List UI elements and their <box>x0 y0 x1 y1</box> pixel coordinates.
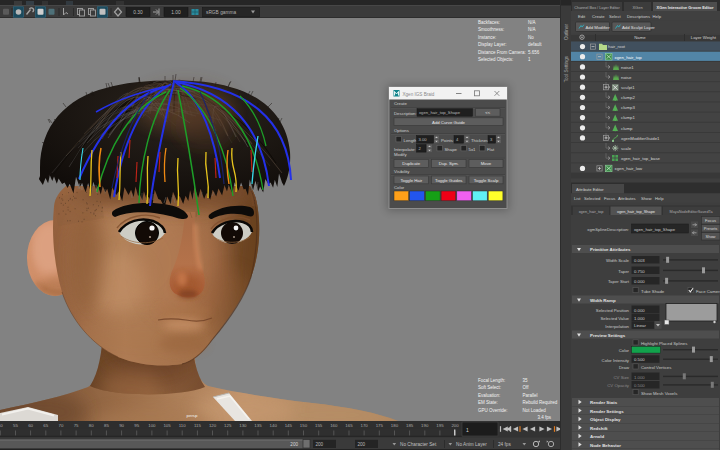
svg-text:Not Loaded: Not Loaded <box>523 408 547 413</box>
svg-text:Node Behavior: Node Behavior <box>590 443 621 448</box>
svg-text:Off: Off <box>523 385 530 390</box>
svg-text:5x1: 5x1 <box>469 147 477 152</box>
svg-text:Shape: Shape <box>445 147 458 152</box>
svg-text:Focal Length:: Focal Length: <box>478 378 505 383</box>
svg-text:90: 90 <box>119 423 124 428</box>
svg-text:noise: noise <box>621 75 632 80</box>
svg-text:Highlight Placed Splines: Highlight Placed Splines <box>641 341 687 346</box>
svg-text:Flat: Flat <box>487 147 495 152</box>
svg-text:200: 200 <box>358 442 366 447</box>
svg-text:100: 100 <box>148 423 156 428</box>
svg-text:0.003: 0.003 <box>634 258 645 263</box>
svg-text:Arnold: Arnold <box>590 434 604 439</box>
svg-text:N/A: N/A <box>528 20 536 25</box>
svg-text:Taper: Taper <box>618 269 629 274</box>
svg-text:Outliner: Outliner <box>564 24 569 41</box>
svg-text:Create: Create <box>592 14 605 19</box>
svg-text:Create: Create <box>394 101 408 106</box>
svg-text:0.30: 0.30 <box>133 10 143 15</box>
svg-text:Toggle Scalp: Toggle Scalp <box>474 178 499 183</box>
svg-text:150: 150 <box>300 423 308 428</box>
svg-text:Distance From Camera:: Distance From Camera: <box>478 50 526 55</box>
svg-text:135: 135 <box>254 423 262 428</box>
svg-text:Move: Move <box>481 161 492 166</box>
svg-text:Help: Help <box>653 14 662 19</box>
svg-text:Visibility: Visibility <box>394 169 410 174</box>
svg-text:Toggle Guides: Toggle Guides <box>435 178 462 183</box>
svg-text:Render Settings: Render Settings <box>590 409 624 414</box>
svg-text:Selected Value: Selected Value <box>600 316 629 321</box>
svg-text:N/A: N/A <box>528 27 536 32</box>
svg-text:105: 105 <box>163 423 171 428</box>
svg-text:xgen_hair_top: xgen_hair_top <box>615 55 643 60</box>
svg-text:EM State:: EM State: <box>478 400 498 405</box>
svg-text:Xgen IGS Braid: Xgen IGS Braid <box>403 92 435 97</box>
svg-text:Attribute Editor: Attribute Editor <box>576 187 604 192</box>
svg-text:185: 185 <box>406 423 414 428</box>
svg-text:Width Scale: Width Scale <box>606 258 630 263</box>
svg-text:No Character Set: No Character Set <box>400 442 437 447</box>
svg-text:default: default <box>528 42 542 47</box>
svg-text:Presets: Presets <box>704 226 718 231</box>
svg-text:xgen_hair_top_Shape: xgen_hair_top_Shape <box>419 110 461 115</box>
svg-text:Show: Show <box>705 234 715 239</box>
svg-text:1.000: 1.000 <box>634 316 645 321</box>
svg-text:GPU Override:: GPU Override: <box>478 408 508 413</box>
svg-text:Tube Shade: Tube Shade <box>641 289 665 294</box>
svg-text:65: 65 <box>43 423 48 428</box>
svg-text:Smoothness:: Smoothness: <box>478 27 504 32</box>
svg-text:Layer Weight: Layer Weight <box>691 35 717 40</box>
svg-text:Tool Settings: Tool Settings <box>564 55 569 82</box>
svg-text:scale: scale <box>621 146 632 151</box>
svg-text:55: 55 <box>13 423 18 428</box>
svg-text:sculpt1: sculpt1 <box>621 85 635 90</box>
svg-text:xgen_hair_top_base: xgen_hair_top_base <box>621 156 661 161</box>
svg-text:List: List <box>574 196 581 201</box>
svg-text:Soft Select:: Soft Select: <box>478 385 501 390</box>
svg-text:xgmSplineDescription:: xgmSplineDescription: <box>587 227 629 232</box>
svg-text:xgen_hair_top_Shape: xgen_hair_top_Shape <box>617 209 655 214</box>
svg-text:200: 200 <box>290 442 298 447</box>
svg-text:Face Camera: Face Camera <box>696 289 720 294</box>
svg-text:Control Vertices: Control Vertices <box>641 365 671 370</box>
svg-text:No: No <box>528 35 534 40</box>
svg-text:Primitive Attributes: Primitive Attributes <box>590 247 631 252</box>
svg-text:Attributes: Attributes <box>618 196 636 201</box>
svg-text:35: 35 <box>523 378 529 383</box>
svg-text:Add Curve Guide: Add Curve Guide <box>432 120 466 125</box>
svg-text:110: 110 <box>179 423 187 428</box>
svg-text:Object Display: Object Display <box>590 417 621 422</box>
svg-text:Duplicate: Duplicate <box>402 161 421 166</box>
svg-text:130: 130 <box>239 423 247 428</box>
svg-text:Taper Start: Taper Start <box>608 279 630 284</box>
svg-text:Color Intensity: Color Intensity <box>602 358 630 363</box>
svg-text:clump2: clump2 <box>621 95 635 100</box>
svg-text:clump1: clump1 <box>621 115 635 120</box>
svg-text:0.000: 0.000 <box>634 279 645 284</box>
svg-text:persp: persp <box>187 413 199 418</box>
svg-text:0.000: 0.000 <box>634 308 645 313</box>
svg-text:Width Ramp: Width Ramp <box>590 298 616 303</box>
svg-text:140: 140 <box>270 423 278 428</box>
svg-text:Selected Position: Selected Position <box>596 308 630 313</box>
svg-text:75: 75 <box>74 423 79 428</box>
svg-text:175: 175 <box>376 423 384 428</box>
svg-text:Display Layer:: Display Layer: <box>478 42 507 47</box>
svg-text:1: 1 <box>466 427 469 433</box>
svg-text:Dup. Sym.: Dup. Sym. <box>439 161 459 166</box>
svg-text:3.00: 3.00 <box>419 137 428 142</box>
svg-text:Focus: Focus <box>604 196 615 201</box>
svg-text:0.500: 0.500 <box>634 357 645 362</box>
svg-text:Draw: Draw <box>619 365 630 370</box>
svg-text:No Anim Layer: No Anim Layer <box>456 442 487 447</box>
svg-text:190: 190 <box>421 423 429 428</box>
svg-text:Descriptions: Descriptions <box>627 14 650 19</box>
svg-text:180: 180 <box>391 423 399 428</box>
svg-text:0.500: 0.500 <box>634 383 645 388</box>
svg-text:CV Size: CV Size <box>613 375 629 380</box>
svg-text:xgen_hair_low: xgen_hair_low <box>615 166 644 171</box>
svg-text:155: 155 <box>315 423 323 428</box>
svg-text:xgenModifierGuide1: xgenModifierGuide1 <box>621 136 660 141</box>
svg-text:170: 170 <box>360 423 368 428</box>
svg-text:95: 95 <box>134 423 139 428</box>
